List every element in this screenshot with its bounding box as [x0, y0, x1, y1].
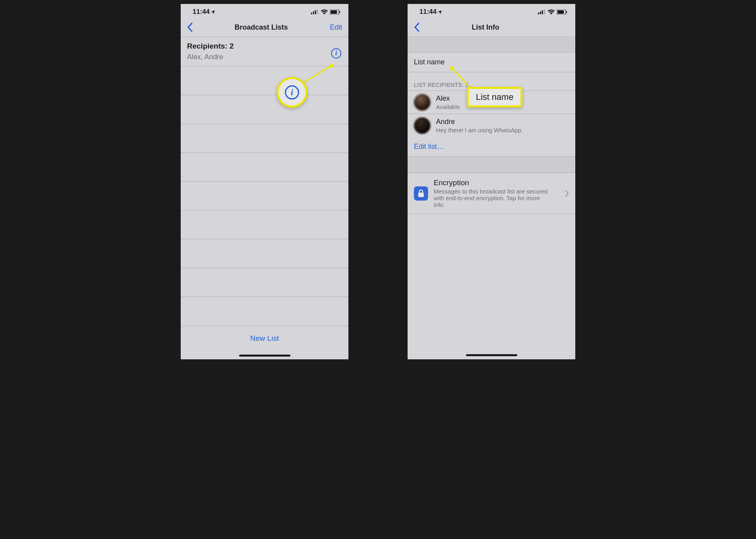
- info-icon: i: [285, 85, 299, 100]
- wifi-icon: [321, 9, 328, 15]
- page-title: Broadcast Lists: [193, 23, 330, 32]
- list-item: [181, 210, 348, 239]
- list-item: [181, 95, 348, 124]
- list-item: [181, 268, 348, 297]
- nav-header: List Info: [408, 18, 575, 37]
- wifi-icon: [548, 9, 555, 15]
- location-arrow-icon: ➤: [210, 9, 217, 15]
- callout-dot: [450, 66, 454, 70]
- battery-icon: [557, 9, 567, 15]
- svg-rect-11: [544, 9, 545, 14]
- recipients-names: Alex, Andre: [187, 53, 342, 61]
- status-time: 11:44: [419, 8, 436, 16]
- svg-rect-8: [538, 13, 539, 14]
- back-button[interactable]: [187, 23, 193, 32]
- broadcast-list-item[interactable]: Recipients: 2 Alex, Andre i: [181, 37, 348, 66]
- edit-button[interactable]: Edit: [330, 23, 342, 32]
- svg-rect-10: [542, 10, 543, 14]
- new-list-button[interactable]: New List: [181, 326, 348, 351]
- svg-rect-14: [566, 11, 567, 13]
- svg-rect-5: [331, 10, 337, 14]
- list-name-field[interactable]: List name: [408, 52, 575, 72]
- phone-screen-list-info: 11:44 ➤ List Info: [408, 4, 575, 359]
- list-item: [181, 297, 348, 326]
- status-bar: 11:44 ➤: [408, 4, 575, 18]
- contact-status: Hey there! I am using WhatsApp.: [436, 127, 523, 133]
- svg-rect-0: [311, 13, 312, 14]
- encryption-row[interactable]: Encryption Messages to this broadcast li…: [408, 173, 575, 214]
- battery-icon: [330, 9, 341, 15]
- home-indicator[interactable]: [239, 355, 290, 357]
- edit-list-button[interactable]: Edit list…: [408, 137, 575, 157]
- chevron-right-icon: [565, 190, 569, 197]
- status-time: 11:44: [193, 8, 210, 16]
- callout-highlight-info-icon: i: [277, 77, 307, 108]
- page-title: List Info: [408, 23, 563, 32]
- svg-rect-13: [558, 10, 564, 14]
- nav-header: Broadcast Lists Edit: [181, 18, 348, 37]
- avatar: [414, 94, 430, 111]
- callout-highlight-list-name: List name: [467, 87, 522, 107]
- encryption-title: Encryption: [434, 178, 552, 187]
- contact-status: Available: [436, 103, 460, 110]
- svg-rect-1: [313, 11, 314, 14]
- callout-dot: [330, 64, 334, 68]
- list-item: [181, 239, 348, 268]
- home-indicator[interactable]: [466, 354, 517, 356]
- list-item: [181, 182, 348, 210]
- svg-rect-3: [317, 9, 318, 14]
- phone-screen-broadcast-lists: 11:44 ➤ Broadcast Lists Edit: [181, 4, 348, 359]
- cellular-icon: [538, 9, 546, 14]
- contact-name: Andre: [436, 118, 523, 126]
- lock-icon: [414, 186, 428, 201]
- location-arrow-icon: ➤: [437, 9, 444, 15]
- svg-rect-9: [540, 11, 541, 14]
- svg-rect-6: [339, 11, 340, 13]
- contact-row[interactable]: Andre Hey there! I am using WhatsApp.: [408, 114, 575, 137]
- cellular-icon: [311, 9, 319, 14]
- info-icon[interactable]: i: [331, 48, 341, 58]
- list-item: [181, 153, 348, 182]
- list-item: [181, 124, 348, 153]
- avatar: [414, 117, 430, 134]
- svg-rect-2: [315, 10, 316, 14]
- status-bar: 11:44 ➤: [181, 4, 348, 18]
- recipients-count: Recipients: 2: [187, 42, 342, 51]
- encryption-description: Messages to this broadcast list are secu…: [434, 188, 552, 208]
- svg-rect-15: [418, 193, 424, 197]
